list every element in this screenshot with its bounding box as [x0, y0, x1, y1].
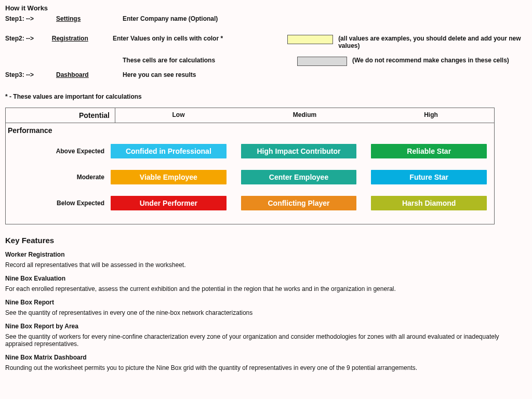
- matrix-cell: Future Star: [371, 170, 487, 184]
- matrix-cell: Center Employee: [241, 170, 357, 184]
- matrix-cell: Conflicting Player: [241, 196, 357, 210]
- step-desc: Enter Values only in cells with color *: [113, 35, 282, 42]
- matrix-row: Below Expected Under Performer Conflicti…: [6, 196, 494, 210]
- step-row: Step2: --> Registration Enter Values onl…: [5, 35, 527, 49]
- matrix-x-label: Potential: [6, 108, 115, 123]
- kf-text: Rounding out the worksheet permits you t…: [5, 364, 527, 371]
- step-desc: Here you can see results: [123, 71, 292, 78]
- matrix-cell: High Impact Contributor: [241, 144, 357, 158]
- matrix-col-header: High: [368, 108, 494, 123]
- key-features-title: Key Features: [5, 236, 527, 245]
- step-name: Step3: -->: [5, 71, 56, 78]
- step-link-dashboard[interactable]: Dashboard: [56, 71, 123, 78]
- swatch-gray: [297, 57, 347, 66]
- matrix-cell: Viable Employee: [111, 170, 227, 184]
- step-name: Step1: -->: [5, 15, 56, 22]
- matrix-col-header: Medium: [242, 108, 368, 123]
- kf-text: Record all representatives that will be …: [5, 261, 527, 269]
- kf-text: See the quantity of workers for every ni…: [5, 333, 527, 348]
- matrix-cell: Confided in Professional: [111, 144, 227, 158]
- key-features: Key Features Worker Registration Record …: [5, 236, 527, 371]
- kf-heading: Nine Box Evaluation: [5, 275, 527, 282]
- matrix-row: Above Expected Confided in Professional …: [6, 144, 494, 158]
- matrix-row-label: Moderate: [6, 174, 111, 181]
- step-row: Step1: --> Settings Enter Company name (…: [5, 15, 527, 22]
- kf-heading: Worker Registration: [5, 251, 527, 258]
- matrix-col-header: Low: [115, 108, 242, 123]
- page-title: How it Works: [5, 4, 527, 12]
- step-link-registration[interactable]: Registration: [52, 35, 113, 42]
- nine-box-matrix: Potential Low Medium High Performance Ab…: [5, 108, 495, 224]
- steps: Step1: --> Settings Enter Company name (…: [5, 15, 527, 78]
- kf-heading: Nine Box Matrix Dashboard: [5, 354, 527, 361]
- matrix-cell: Harsh Diamond: [371, 196, 487, 210]
- step-name: Step2: -->: [5, 35, 52, 42]
- swatch-note: (all values are examples, you should del…: [338, 35, 527, 49]
- kf-heading: Nine Box Report: [5, 299, 527, 306]
- kf-text: See the quantity of representatives in e…: [5, 309, 527, 316]
- matrix-y-label: Performance: [6, 123, 494, 138]
- footnote: * - These values are important for calcu…: [5, 93, 527, 100]
- step-row: These cells are for calculations (We do …: [5, 57, 527, 66]
- kf-text: For each enrolled representative, assess…: [5, 285, 527, 292]
- matrix-row-label: Above Expected: [6, 148, 111, 155]
- step-desc: These cells are for calculations: [123, 57, 292, 64]
- step-row: Step3: --> Dashboard Here you can see re…: [5, 71, 527, 78]
- swatch-yellow: [287, 35, 333, 44]
- swatch-note: (We do not recommend make changes in the…: [352, 57, 509, 64]
- step-link-settings[interactable]: Settings: [56, 15, 123, 22]
- kf-heading: Nine Box Report by Area: [5, 323, 527, 330]
- matrix-cell: Under Performer: [111, 196, 227, 210]
- matrix-cell: Reliable Star: [371, 144, 487, 158]
- matrix-row: Moderate Viable Employee Center Employee…: [6, 170, 494, 184]
- step-desc: Enter Company name (Optional): [123, 15, 292, 22]
- matrix-row-label: Below Expected: [6, 200, 111, 207]
